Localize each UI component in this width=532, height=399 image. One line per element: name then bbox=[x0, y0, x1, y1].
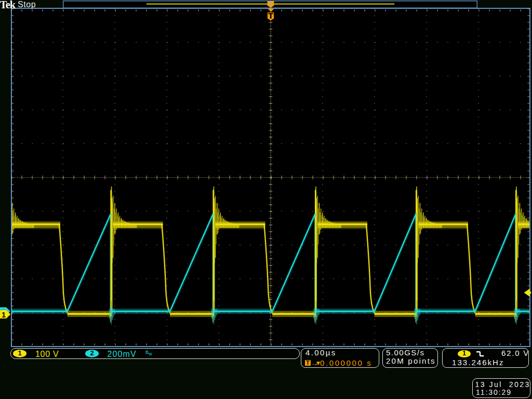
svg-text:1: 1 bbox=[2, 311, 6, 319]
